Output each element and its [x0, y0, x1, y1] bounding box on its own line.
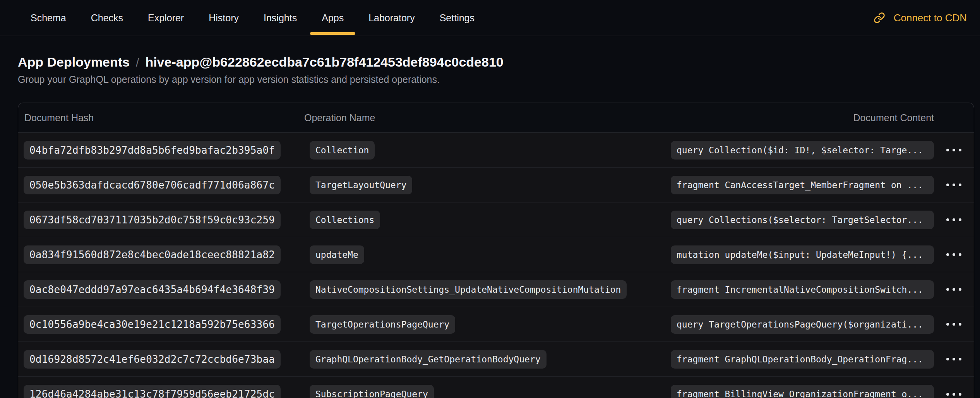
column-header-operation-name: Operation Name [304, 112, 671, 124]
link-icon [874, 12, 885, 24]
breadcrumb: App Deployments / hive-app@b622862ecdba7… [18, 53, 980, 71]
tab-apps[interactable]: Apps [322, 0, 344, 36]
document-hash-badge: 0c10556a9be4ca30e19e21c1218a592b75e63366 [24, 315, 281, 334]
table-row: 0d16928d8572c41ef6e032d2c7c72ccbd6e73baa… [18, 342, 974, 377]
table-row: 0673df58cd7037117035b2d0c758f59c0c93c259… [18, 202, 974, 237]
main-nav: Schema Checks Explorer History Insights … [31, 0, 475, 36]
operation-name-badge: TargetLayoutQuery [310, 176, 412, 194]
table-row: 050e5b363dafdcacd6780e706cadf771d06a867c… [18, 168, 974, 202]
row-menu-button[interactable] [944, 143, 964, 157]
table-row: 0ac8e047eddd97a97eac6435a4b694f4e3648f39… [18, 272, 974, 307]
breadcrumb-separator: / [136, 54, 139, 71]
ellipsis-icon [946, 253, 949, 256]
ellipsis-icon [946, 323, 949, 326]
tab-schema[interactable]: Schema [31, 0, 66, 36]
table-row: 0c10556a9be4ca30e19e21c1218a592b75e63366… [18, 307, 974, 342]
operation-name-badge: Collection [310, 141, 375, 160]
document-hash-badge: 0673df58cd7037117035b2d0c758f59c0c93c259 [24, 211, 281, 229]
operation-name-badge: NativeCompositionSettings_UpdateNativeCo… [310, 280, 627, 299]
ellipsis-icon [946, 288, 949, 291]
document-hash-badge: 0a834f91560d872e8c4bec0ade18ceec88821a82 [24, 245, 281, 264]
operation-name-badge: Collections [310, 211, 380, 229]
column-header-document-content: Document Content [671, 112, 934, 124]
table-header-row: Document Hash Operation Name Document Co… [18, 103, 974, 133]
row-menu-button[interactable] [944, 178, 964, 192]
row-menu-button[interactable] [944, 283, 964, 296]
document-content-badge: mutation updateMe($input: UpdateMeInput!… [671, 245, 934, 264]
document-content-badge: query Collections($selector: TargetSelec… [671, 211, 934, 229]
connect-to-cdn-label: Connect to CDN [894, 12, 967, 24]
document-content-badge: fragment CanAccessTarget_MemberFragment … [671, 176, 934, 194]
row-menu-button[interactable] [944, 248, 964, 261]
tab-explorer[interactable]: Explorer [148, 0, 184, 36]
page-header: App Deployments / hive-app@b622862ecdba7… [0, 36, 980, 86]
document-hash-badge: 0d16928d8572c41ef6e032d2c7c72ccbd6e73baa [24, 350, 281, 369]
table-row: 04bfa72dfb83b297dd8a5b6fed9bafac2b395a0f… [18, 133, 974, 168]
ellipsis-icon [946, 184, 949, 186]
document-content-badge: fragment GraphQLOperationBody_OperationF… [671, 350, 934, 369]
page-subtitle: Group your GraphQL operations by app ver… [18, 73, 980, 86]
breadcrumb-app-deployments[interactable]: App Deployments [18, 53, 130, 70]
document-content-badge: fragment IncrementalNativeCompositionSwi… [671, 280, 934, 299]
table-row: 0a834f91560d872e8c4bec0ade18ceec88821a82… [18, 237, 974, 272]
row-menu-button[interactable] [944, 388, 964, 398]
column-header-document-hash: Document Hash [18, 112, 304, 124]
connect-to-cdn-link[interactable]: Connect to CDN [874, 12, 973, 24]
tab-checks[interactable]: Checks [91, 0, 123, 36]
operation-name-badge: SubscriptionPageQuery [310, 385, 434, 398]
document-content-badge: query TargetOperationsPageQuery($organiz… [671, 315, 934, 334]
table-body: 04bfa72dfb83b297dd8a5b6fed9bafac2b395a0f… [18, 133, 974, 398]
ellipsis-icon [946, 218, 949, 221]
table-row: 126d46a4284abe31c13c78f7959d56eeb21725dc… [18, 377, 974, 398]
document-hash-badge: 0ac8e047eddd97a97eac6435a4b694f4e3648f39 [24, 280, 281, 299]
tab-insights[interactable]: Insights [264, 0, 297, 36]
document-hash-badge: 126d46a4284abe31c13c78f7959d56eeb21725dc [24, 385, 281, 398]
tab-history[interactable]: History [209, 0, 239, 36]
row-menu-button[interactable] [944, 352, 964, 366]
tab-settings[interactable]: Settings [440, 0, 475, 36]
row-menu-button[interactable] [944, 317, 964, 331]
operation-name-badge: GraphQLOperationBody_GetOperationBodyQue… [310, 350, 547, 369]
ellipsis-icon [946, 393, 949, 396]
operation-name-badge: TargetOperationsPageQuery [310, 315, 455, 334]
breadcrumb-current-app-version: hive-app@b622862ecdba7c61b78f412453def89… [145, 53, 503, 70]
document-hash-badge: 050e5b363dafdcacd6780e706cadf771d06a867c [24, 176, 281, 194]
ellipsis-icon [946, 149, 949, 151]
document-hash-badge: 04bfa72dfb83b297dd8a5b6fed9bafac2b395a0f [24, 141, 281, 160]
row-menu-button[interactable] [944, 213, 964, 226]
document-content-badge: fragment BillingView_OrganizationFragmen… [671, 385, 934, 398]
document-content-badge: query Collection($id: ID!, $selector: Ta… [671, 141, 934, 160]
top-navigation: Schema Checks Explorer History Insights … [0, 0, 980, 36]
app-deployments-table: Document Hash Operation Name Document Co… [18, 103, 974, 398]
tab-laboratory[interactable]: Laboratory [368, 0, 415, 36]
operation-name-badge: updateMe [310, 245, 364, 264]
ellipsis-icon [946, 358, 949, 360]
